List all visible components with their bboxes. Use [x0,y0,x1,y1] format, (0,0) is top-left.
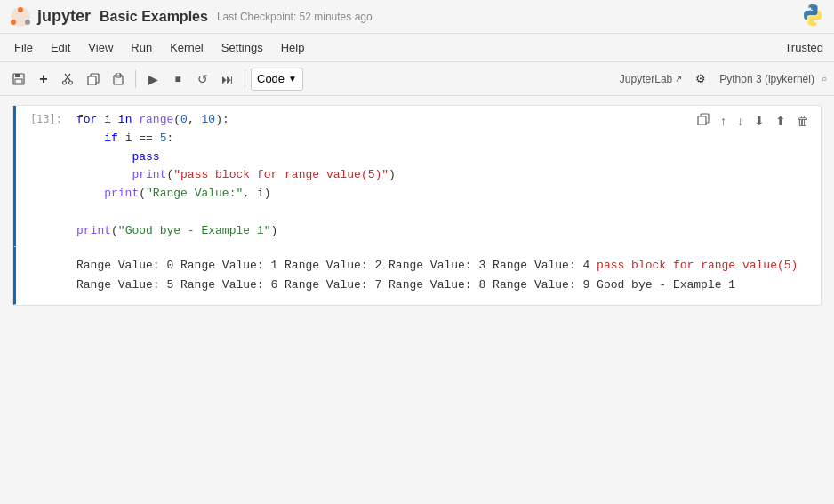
cell-actions: ↑ ↓ ⬇ ⬆ 🗑 [693,111,814,130]
save-icon [12,73,25,85]
cell-type-selector[interactable]: Code ▼ [251,68,303,91]
run-button[interactable]: ▶ [141,68,164,91]
menu-help[interactable]: Help [272,37,314,58]
copy-icon [87,73,100,85]
settings-button[interactable]: ⚙ [689,68,712,91]
trusted-badge: Trusted [779,39,829,56]
restart-kernel-button[interactable]: ↺ [191,68,214,91]
cell-execution-count: [13]: [16,106,69,246]
delete-cell-button[interactable]: 🗑 [792,111,814,130]
svg-rect-6 [15,79,22,84]
execution-count-label: [13]: [30,113,62,125]
stop-button[interactable]: ■ [166,68,189,91]
split-button[interactable]: ⬆ [771,111,790,130]
save-button[interactable] [7,68,30,91]
svg-point-9 [63,81,67,84]
svg-point-2 [11,20,16,25]
svg-point-10 [69,81,73,84]
jupyter-wordmark: jupyter [37,7,91,26]
kernel-name-label: Python 3 (ipykernel) [719,73,814,85]
output-content: Range Value: 0 Range Value: 1 Range Valu… [69,247,821,304]
menu-kernel[interactable]: Kernel [161,37,213,58]
checkpoint-info: Last Checkpoint: 52 minutes ago [217,11,373,23]
add-cell-button[interactable]: + [32,68,55,91]
kernel-info: JupyterLab ↗ ⚙ Python 3 (ipykernel) ○ [620,68,827,91]
notebook-main: [13]: for i in range(0, 10): if i == 5: … [12,105,822,306]
jupyterlab-label: JupyterLab [620,73,672,85]
toolbar-sep-2 [245,70,245,88]
cut-icon [62,73,75,85]
output-sidebar [16,247,69,304]
copy-cell-button[interactable] [82,68,105,91]
python-logo [800,3,825,30]
move-down-button[interactable]: ↓ [733,111,748,130]
toolbar: + ▶ ■ ↺ ⏭ Code ▼ Jup [0,62,834,96]
svg-rect-12 [88,76,96,85]
code-cell-13: [13]: for i in range(0, 10): if i == 5: … [13,106,821,247]
svg-rect-5 [15,74,20,77]
svg-point-1 [18,7,23,12]
output-cell-13: Range Value: 0 Range Value: 1 Range Valu… [13,247,821,305]
merge-button[interactable]: ⬇ [750,111,769,130]
move-up-button[interactable]: ↑ [716,111,731,130]
notebook-title[interactable]: Basic Examples [100,9,208,25]
kernel-status-icon: ○ [822,74,827,84]
jupyter-logo: jupyter [9,5,91,28]
python-logo-icon [800,3,825,28]
restart-run-all-button[interactable]: ⏭ [216,68,239,91]
external-link-icon: ↗ [675,74,682,84]
menubar: File Edit View Run Kernel Settings Help … [0,34,834,62]
cell-code-content[interactable]: for i in range(0, 10): if i == 5: pass p… [69,106,821,246]
menu-edit[interactable]: Edit [42,37,79,58]
menu-file[interactable]: File [5,37,42,58]
cell-type-label: Code [257,72,285,85]
menu-settings[interactable]: Settings [213,37,272,58]
paste-cell-button[interactable] [107,68,130,91]
copy-cell-action-button[interactable] [693,111,714,130]
toolbar-sep-1 [135,70,136,88]
menu-view[interactable]: View [79,37,122,58]
code-editor[interactable]: for i in range(0, 10): if i == 5: pass p… [76,111,814,241]
cut-button[interactable] [57,68,80,91]
output-text: Range Value: 0 Range Value: 1 Range Valu… [76,252,814,299]
cell-type-dropdown-icon: ▼ [288,74,297,84]
svg-point-3 [25,20,30,25]
svg-rect-17 [698,116,706,125]
copy-cell-icon [697,113,710,125]
jupyter-logo-icon [9,5,32,28]
titlebar: jupyter Basic Examples Last Checkpoint: … [0,0,834,34]
menu-run[interactable]: Run [122,37,161,58]
paste-icon [112,73,124,85]
svg-rect-15 [116,73,120,76]
jupyterlab-link[interactable]: JupyterLab ↗ [620,73,682,85]
